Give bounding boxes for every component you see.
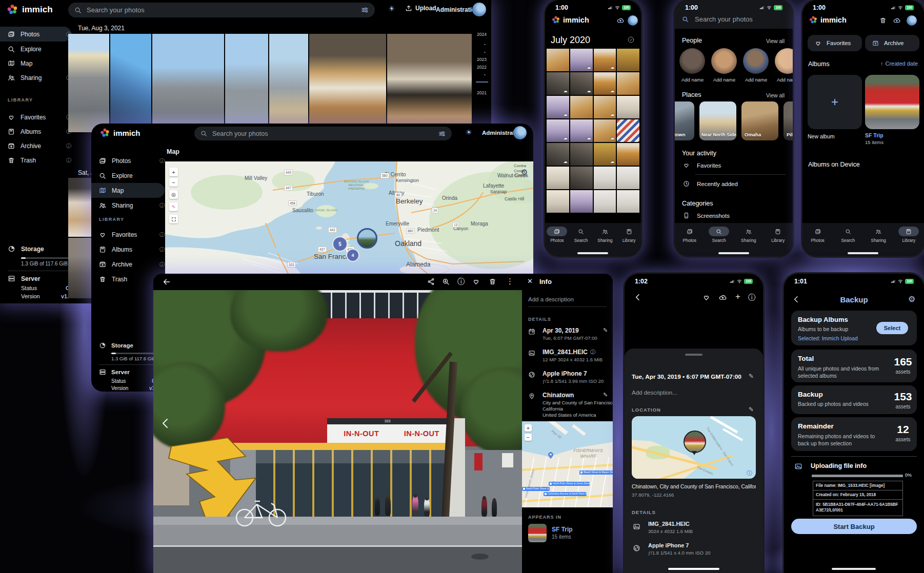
more-options-icon[interactable]: ⋮	[506, 277, 514, 286]
photo-thumbnail[interactable]	[570, 96, 593, 118]
sidebar-item-favorites[interactable]: Favorites ⓘ	[0, 110, 71, 125]
photo-thumbnail[interactable]: ☁	[547, 72, 569, 95]
home-indicator[interactable]	[668, 568, 719, 570]
map-zoom-out-button[interactable]: −	[169, 178, 178, 187]
home-indicator[interactable]	[832, 568, 876, 570]
add-description-field[interactable]: Add a description	[528, 296, 574, 302]
person-avatar[interactable]	[775, 48, 793, 74]
start-backup-button[interactable]: Start Backup	[791, 519, 917, 534]
person-avatar[interactable]	[743, 48, 769, 74]
sidebar-item-archive[interactable]: Archive ⓘ	[91, 257, 165, 272]
user-avatar[interactable]	[907, 15, 917, 26]
user-avatar[interactable]	[472, 3, 486, 16]
photo-thumbnail[interactable]: ☁	[570, 49, 593, 71]
favorites-button[interactable]: Favorites	[808, 35, 862, 51]
photo-thumbnail[interactable]	[617, 72, 639, 95]
album-name[interactable]: SF Trip	[865, 132, 883, 138]
archive-button[interactable]: Archive	[865, 35, 919, 51]
app-logo[interactable]: immich	[6, 4, 53, 16]
sidebar-item-favorites[interactable]: Favorites ⓘ	[91, 227, 165, 242]
app-logo[interactable]: immich	[99, 128, 140, 138]
nav-search[interactable]: Search	[838, 227, 858, 243]
add-to-album-icon[interactable]: +	[735, 292, 740, 302]
scrubber-position-indicator[interactable]	[476, 81, 488, 83]
nav-photos[interactable]: Photos	[547, 227, 567, 243]
sync-cloud-icon[interactable]	[617, 17, 624, 24]
sidebar-item-albums[interactable]: Albums ⓘ	[91, 242, 165, 257]
photo-thumbnail[interactable]: ☁	[547, 119, 569, 142]
info-circle-icon[interactable]: ⓘ	[66, 157, 71, 164]
photo-thumbnail[interactable]	[269, 34, 308, 132]
photo-thumbnail[interactable]	[152, 34, 224, 132]
scrubber-year[interactable]: 2024	[477, 32, 487, 37]
photo-thumbnail[interactable]: ☁	[594, 49, 616, 71]
sidebar-item-explore[interactable]: Explore	[91, 168, 165, 183]
places-view-all-link[interactable]: View all	[766, 92, 785, 98]
photo-thumbnail[interactable]: ☁	[570, 119, 593, 142]
photo-thumbnail[interactable]	[570, 167, 593, 189]
info-icon[interactable]: ⓘ	[457, 277, 465, 286]
search-filter-icon[interactable]	[361, 6, 369, 14]
photo-thumbnail[interactable]	[617, 119, 639, 142]
backup-settings-gear-icon[interactable]: ⚙	[908, 294, 915, 304]
zoom-icon[interactable]	[442, 278, 450, 285]
recently-added-row[interactable]: Recently added	[683, 180, 738, 187]
map-cluster-marker[interactable]: 5	[332, 236, 348, 252]
back-icon[interactable]	[163, 278, 171, 286]
home-indicator[interactable]	[718, 252, 749, 254]
theme-toggle-icon[interactable]: ☀	[466, 128, 472, 136]
nav-photos[interactable]: Photos	[808, 227, 828, 243]
edit-date-icon[interactable]: ✎	[749, 373, 754, 380]
photo-thumbnail[interactable]	[547, 49, 569, 71]
add-name-link[interactable]: Add name	[745, 77, 767, 83]
select-all-check-icon[interactable]	[627, 36, 635, 44]
info-circle-icon[interactable]: ⓘ	[66, 142, 71, 150]
map-locate-button[interactable]: ◎	[169, 190, 178, 199]
edit-location-icon[interactable]: ✎	[603, 392, 608, 398]
file-info-icon[interactable]: ⓘ	[590, 349, 595, 356]
album-card-sf-trip[interactable]	[865, 75, 919, 129]
theme-toggle-icon[interactable]: ☀	[388, 4, 395, 13]
map-zoom-in-button[interactable]: +	[169, 168, 178, 176]
photo-thumbnail[interactable]	[68, 34, 109, 132]
album-thumbnail[interactable]	[528, 524, 547, 542]
nav-library[interactable]: Library	[768, 227, 788, 243]
favorite-heart-icon[interactable]	[702, 294, 710, 301]
sheet-drag-handle[interactable]	[685, 354, 702, 356]
sidebar-item-sharing[interactable]: Sharing ⓘ	[0, 71, 71, 85]
map-fullscreen-button[interactable]	[169, 215, 178, 223]
location-map-card[interactable]: The Embarcadero - San Francisco Ferry Bu…	[632, 416, 756, 479]
nav-search[interactable]: Search	[709, 227, 729, 243]
sidebar-item-map[interactable]: Map	[0, 56, 71, 71]
sidebar-item-trash[interactable]: Trash ⓘ	[0, 153, 71, 168]
sidebar-item-explore[interactable]: Explore	[0, 42, 71, 56]
photo-thumbnail[interactable]	[387, 34, 472, 132]
album-link[interactable]: SF Trip	[552, 526, 573, 533]
photo-thumbnail[interactable]: ☁	[594, 119, 616, 142]
search-input[interactable]: Search your photos	[682, 15, 753, 23]
edit-location-icon[interactable]: ✎	[749, 406, 754, 413]
photo-thumbnail[interactable]	[594, 167, 616, 189]
map-photo-marker[interactable]	[357, 228, 377, 249]
people-view-all-link[interactable]: View all	[766, 38, 785, 44]
place-card[interactable]: Near North Side	[699, 101, 736, 140]
add-name-link[interactable]: Add name	[681, 77, 704, 83]
photo-thumbnail[interactable]	[617, 49, 639, 71]
photo-thumbnail[interactable]	[617, 190, 639, 213]
photo-thumbnail[interactable]: ☁	[570, 72, 593, 95]
photo-thumbnail[interactable]: ☁	[547, 96, 569, 118]
photo-thumbnail[interactable]: ☁	[594, 96, 616, 118]
photo-thumbnail[interactable]	[547, 167, 569, 189]
place-card[interactable]: Pilsen	[784, 101, 793, 140]
map-draw-button[interactable]: ✎	[169, 202, 178, 211]
sidebar-item-sharing[interactable]: Sharing ⓘ	[91, 198, 165, 213]
map-settings-gear-icon[interactable]: ⚙	[521, 168, 528, 177]
nav-sharing[interactable]: Sharing	[868, 227, 889, 243]
add-name-link[interactable]: Add name	[777, 77, 793, 83]
new-album-card[interactable]: +	[808, 75, 862, 129]
search-input[interactable]: Search your photos	[68, 3, 375, 17]
sidebar-item-photos[interactable]: Photos ⓘ	[91, 153, 165, 168]
nav-photos[interactable]: Photos	[679, 227, 700, 243]
delete-trash-icon[interactable]	[489, 278, 496, 285]
search-input[interactable]: Search your photos	[194, 127, 452, 140]
